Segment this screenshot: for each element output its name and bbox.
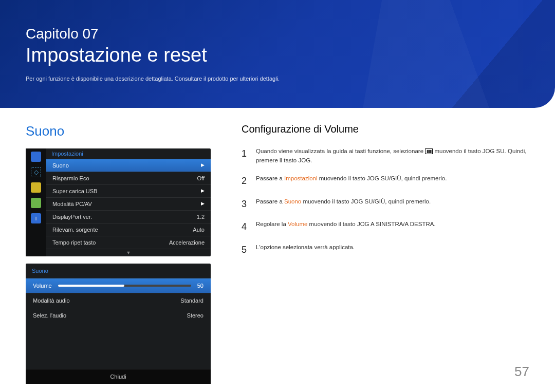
osd2-row-audioselect[interactable]: Selez. l'audio Stereo [26,308,211,323]
page-number: 57 [514,364,529,380]
osd-row-usb[interactable]: Super carica USB ▶ [46,184,211,197]
section-heading-volume: Configurazione di Volume [242,123,529,135]
osd-row-value: Auto [193,227,205,233]
osd-title: Impostazioni [46,148,211,159]
osd-row-suono[interactable]: Suono ▶ [46,159,211,172]
settings-icon [31,182,41,193]
step-number: 2 [242,174,249,189]
chapter-title: Impostazione e reset [26,44,529,66]
osd-row-dpver[interactable]: DisplayPort ver. 1.2 [46,210,211,223]
scroll-down-icon: ▼ [46,249,211,256]
osd-row-value: Accelerazione [169,239,205,246]
osd-sidebar-icons: ◇ i [26,148,46,256]
osd2-row-label: Selez. l'audio [33,312,66,319]
step-5: 5 L'opzione selezionata verrà applicata. [242,242,529,257]
step-number: 3 [242,197,249,212]
monitor-icon [31,152,41,162]
step-list: 1 Quando viene visualizzata la guida ai … [242,146,529,257]
close-label: Chiudi [110,374,126,380]
step-4: 4 Regolare la Volume muovendo il tasto J… [242,219,529,234]
chevron-right-icon: ▶ [201,188,205,194]
section-heading-suono: Suono [26,123,211,139]
osd-sound-panel: Suono Volume 50 Modalità audio Standard … [26,264,211,384]
osd-row-label: Rilevam. sorgente [52,227,98,233]
chapter-label: Capitolo 07 [26,26,529,42]
step-2: 2 Passare a Impostazioni muovendo il tas… [242,174,529,189]
osd-row-value: 1.2 [197,214,205,220]
highlight-volume: Volume [288,221,307,227]
osd-row-eco[interactable]: Risparmio Eco Off [46,172,211,184]
menu-icon: ▮▮▮ [425,148,433,154]
osd-row-keyrepeat[interactable]: Tempo ripet tasto Accelerazione [46,236,211,249]
highlight-impostazioni: Impostazioni [284,175,318,181]
osd-row-value: Off [197,175,205,181]
osd-row-label: Super carica USB [52,188,97,194]
step-text: L'opzione selezionata verrà applicata. [256,242,355,257]
osd-row-label: DisplayPort ver. [52,214,92,220]
osd-row-label: Risparmio Eco [52,175,89,181]
osd2-row-value: Stereo [187,312,203,319]
step-text: Passare a Suono muovendo il tasto JOG SU… [256,197,431,212]
step-text: Passare a Impostazioni muovendo il tasto… [256,174,447,189]
osd2-row-value: Standard [180,297,203,304]
osd-row-label: Tempo ripet tasto [52,239,96,246]
osd2-close-button[interactable]: Chiudi [26,369,211,384]
osd2-row-label: Modalità audio [33,297,70,304]
osd-row-label: Suono [52,162,69,169]
picture-icon: ◇ [31,167,41,177]
step-text: Quando viene visualizzata la guida ai ta… [256,146,529,165]
volume-slider[interactable] [58,283,191,289]
chevron-right-icon: ▶ [201,201,205,207]
step-1: 1 Quando viene visualizzata la guida ai … [242,146,529,165]
osd2-row-volume[interactable]: Volume 50 [26,278,211,293]
step-text: Regolare la Volume muovendo il tasto JOG… [256,219,436,234]
osd-row-source[interactable]: Rilevam. sorgente Auto [46,223,211,236]
osd2-volume-value: 50 [197,283,203,289]
osd2-volume-label: Volume [33,283,52,289]
osd-row-label: Modalità PC/AV [52,201,92,207]
chevron-right-icon: ▶ [201,162,205,169]
osd-settings-panel: ◇ i Impostazioni Suono ▶ Risparmio Eco O… [26,148,211,256]
osd2-row-audiomode[interactable]: Modalità audio Standard [26,293,211,308]
highlight-suono: Suono [284,198,301,204]
chapter-subtitle: Per ogni funzione è disponibile una desc… [26,76,529,82]
system-icon [31,198,41,208]
step-number: 1 [242,146,249,165]
info-icon: i [31,213,41,223]
osd-row-pcav[interactable]: Modalità PC/AV ▶ [46,197,211,210]
osd2-title: Suono [26,264,211,278]
step-number: 5 [242,242,249,257]
chapter-banner: Capitolo 07 Impostazione e reset Per ogn… [0,0,555,108]
step-number: 4 [242,219,249,234]
step-3: 3 Passare a Suono muovendo il tasto JOG … [242,197,529,212]
